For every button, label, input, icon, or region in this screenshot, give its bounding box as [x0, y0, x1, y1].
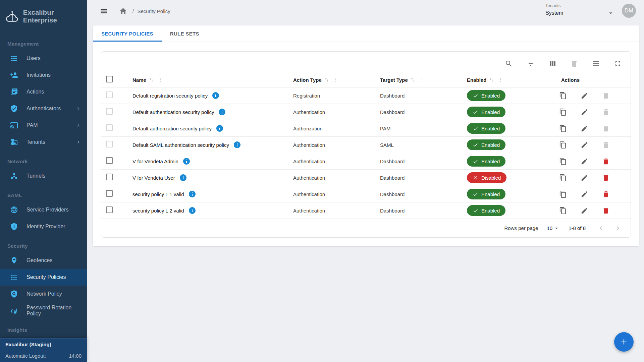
tenant-select[interactable]: Tenants System [545, 3, 614, 19]
previous-page-button[interactable] [596, 223, 606, 234]
copy-button[interactable] [558, 140, 568, 150]
tab-security-policies[interactable]: SECURITY POLICIES [93, 25, 162, 42]
copy-button[interactable] [558, 90, 568, 101]
delete-button[interactable] [601, 107, 611, 117]
sidebar-item-authenticators[interactable]: Authenticators [0, 100, 87, 117]
copy-button[interactable] [558, 173, 568, 183]
edit-icon [581, 207, 588, 215]
copy-button[interactable] [558, 156, 568, 167]
delete-button[interactable] [601, 123, 611, 134]
add-policy-fab[interactable] [614, 332, 634, 352]
trash-icon [602, 190, 610, 198]
row-checkbox[interactable] [106, 108, 113, 115]
section-label-network: Network [0, 150, 87, 168]
sort-icon[interactable] [148, 77, 154, 83]
sidebar-item-tunnels[interactable]: Tunnels [0, 168, 87, 184]
sidebar-item-actions[interactable]: Actions [0, 83, 87, 100]
edit-button[interactable] [579, 205, 590, 216]
row-checkbox[interactable] [106, 174, 113, 180]
row-checkbox[interactable] [106, 157, 113, 164]
status-badge: Enabled [467, 90, 505, 101]
info-icon[interactable] [182, 157, 191, 165]
user-avatar[interactable]: DM [622, 4, 636, 18]
columns-button[interactable] [547, 58, 558, 69]
column-menu-icon[interactable] [419, 77, 425, 82]
info-icon[interactable] [216, 124, 224, 132]
cast-icon [10, 121, 18, 129]
sidebar-item-security-policies[interactable]: Security Policies [0, 269, 87, 286]
delete-button[interactable] [601, 156, 611, 167]
globe-icon [10, 206, 18, 214]
info-icon[interactable] [188, 206, 196, 215]
info-icon[interactable] [212, 92, 220, 100]
next-page-button[interactable] [612, 223, 623, 234]
column-menu-icon[interactable] [498, 77, 503, 82]
edit-button[interactable] [579, 90, 590, 101]
column-menu-icon[interactable] [158, 77, 163, 82]
edit-button[interactable] [579, 107, 590, 117]
row-checkbox[interactable] [106, 206, 113, 213]
delete-button[interactable] [601, 189, 611, 199]
density-button[interactable] [591, 58, 601, 69]
sidebar-item-pam[interactable]: PAM [0, 117, 87, 134]
delete-button[interactable] [601, 205, 611, 216]
sidebar-item-identity-provider[interactable]: Identity Provider [0, 218, 87, 235]
sidebar-nav: Management Users Invitations Actions Aut… [0, 30, 87, 362]
policy-name: security policy L 2 valid [132, 208, 184, 214]
info-icon[interactable] [188, 190, 196, 198]
table-pagination: Rows per page 10 1-8 of 8 [101, 219, 631, 237]
sort-icon[interactable] [324, 77, 330, 83]
policies-table: Name Action Type Target Type Enabled [101, 51, 631, 238]
copy-button[interactable] [558, 189, 568, 199]
row-checkbox[interactable] [106, 141, 113, 147]
fullscreen-button[interactable] [612, 58, 623, 69]
sidebar-item-network-policy[interactable]: Network Policy [0, 286, 87, 302]
target-type-cell: Dashboard [380, 93, 467, 99]
filter-button[interactable] [525, 58, 536, 69]
select-all-checkbox[interactable] [106, 76, 113, 82]
delete-button[interactable] [601, 90, 611, 101]
edit-button[interactable] [579, 189, 590, 199]
column-menu-icon[interactable] [333, 77, 338, 82]
sidebar-item-service-providers[interactable]: Service Providers [0, 201, 87, 218]
sidebar-item-invitations[interactable]: Invitations [0, 67, 87, 83]
copy-button[interactable] [558, 107, 568, 117]
trash-icon [602, 141, 610, 149]
delete-button[interactable] [601, 173, 611, 183]
info-icon[interactable] [179, 174, 187, 182]
column-header-enabled: Enabled [467, 77, 554, 83]
row-checkbox[interactable] [106, 92, 113, 98]
edit-button[interactable] [579, 123, 590, 134]
sidebar: Excalibur Enterprise Management Users In… [0, 0, 87, 362]
bulk-delete-button[interactable] [569, 58, 580, 69]
check-icon [473, 126, 478, 131]
delete-button[interactable] [601, 140, 611, 150]
edit-button[interactable] [579, 140, 590, 150]
tab-rule-sets[interactable]: RULE SETS [162, 25, 208, 42]
copy-icon [559, 92, 567, 100]
chevron-right-icon [75, 123, 81, 128]
sidebar-item-users[interactable]: Users [0, 50, 87, 67]
edit-button[interactable] [579, 173, 590, 183]
menu-toggle-button[interactable] [98, 5, 110, 17]
info-icon[interactable] [218, 108, 226, 116]
sort-icon[interactable] [488, 77, 494, 83]
row-checkbox[interactable] [106, 190, 113, 197]
home-button[interactable] [118, 6, 128, 16]
rows-per-page-select[interactable]: 10 [547, 225, 560, 232]
search-button[interactable] [503, 58, 514, 69]
column-header-action-type: Action Type [293, 77, 380, 83]
sort-icon[interactable] [410, 77, 416, 83]
status-badge: Enabled [467, 139, 505, 150]
info-icon[interactable] [233, 141, 241, 149]
auto-logout-label: Automatic Logout: [5, 353, 46, 359]
sidebar-item-password-rotation-policy[interactable]: Password Rotation Policy [0, 302, 87, 319]
edit-icon [581, 125, 588, 132]
sidebar-item-geofences[interactable]: Geofences [0, 252, 87, 269]
copy-button[interactable] [558, 205, 568, 216]
edit-button[interactable] [579, 156, 590, 167]
sidebar-item-tenants[interactable]: Tenants [0, 134, 87, 150]
section-label-insights: Insights [0, 319, 87, 336]
copy-button[interactable] [558, 123, 568, 134]
row-checkbox[interactable] [106, 124, 113, 131]
